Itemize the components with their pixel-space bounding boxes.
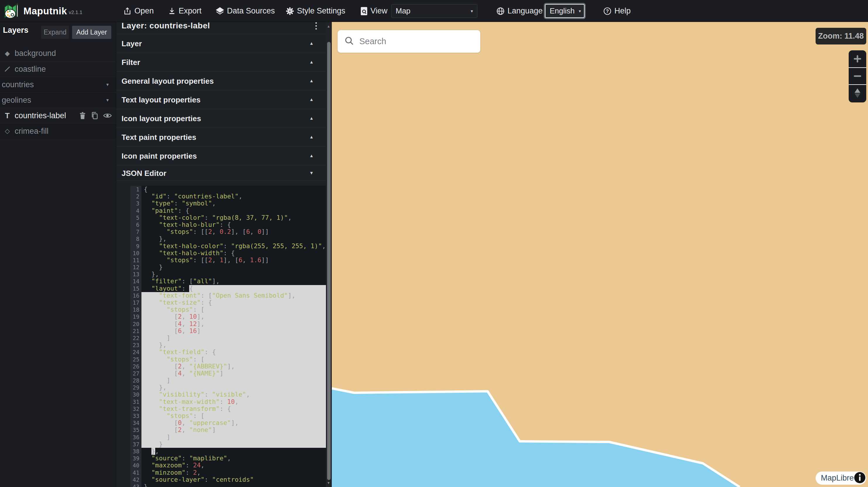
data-sources-menu-item[interactable]: Data Sources (216, 0, 275, 22)
chevron-down-icon[interactable]: ▼ (105, 98, 110, 102)
kebab-menu-icon[interactable] (313, 22, 319, 30)
layer-list: ◆ background coastline countries ▼ geoli… (0, 46, 116, 139)
map-navigation-control (849, 50, 866, 102)
layer-item-background[interactable]: ◆ background (0, 46, 116, 61)
duplicate-layer-icon[interactable] (91, 112, 98, 120)
layers-title: Layers (3, 26, 28, 35)
code-line: 43} (130, 483, 326, 487)
code-line: 8 }, (130, 235, 326, 242)
water-polygon (332, 388, 740, 487)
help-menu-item[interactable]: ? Help (603, 0, 631, 22)
expand-button[interactable]: Expand (41, 26, 69, 39)
line-number: 27 (130, 370, 142, 377)
line-number: 7 (130, 228, 142, 235)
style-settings-menu-item[interactable]: Style Settings (285, 0, 345, 22)
section-icon-layout[interactable]: Icon layout properties ▲ (116, 109, 326, 128)
line-number: 6 (130, 221, 142, 228)
line-number: 12 (130, 264, 142, 271)
zoom-level-badge: Zoom: 11.48 (815, 28, 866, 44)
code-line: 7 "stops": [[2, 0.2], [6, 0]] (130, 228, 326, 235)
line-number: 19 (130, 313, 142, 320)
line-number: 1 (130, 186, 142, 193)
code-line: 36 ] (130, 434, 326, 441)
line-number: 18 (130, 306, 142, 313)
line-number: 43 (130, 483, 142, 487)
line-number: 39 (130, 455, 142, 462)
code-line: 12 } (130, 264, 326, 271)
layer-item-coastline[interactable]: coastline (0, 61, 116, 77)
code-line: 11 "stops": [[2, 1], [6, 1.6]] (130, 257, 326, 264)
layer-group-geolines[interactable]: geolines ▼ (0, 92, 116, 108)
open-menu-item[interactable]: Open (123, 0, 154, 22)
layer-item-crimea-fill[interactable]: ◇ crimea-fill (0, 123, 116, 139)
code-line: 20 [4, 12], (130, 321, 326, 327)
line-number: 36 (130, 434, 142, 441)
map-search-input[interactable]: Search (338, 30, 480, 53)
chevron-down-icon: ▾ (471, 8, 473, 14)
code-line: 1{ (130, 186, 326, 193)
panel-scrollbar[interactable]: ▲ ▼ (326, 22, 332, 487)
line-number: 34 (130, 419, 142, 426)
svg-text:?: ? (606, 9, 609, 14)
export-menu-item[interactable]: Export (168, 0, 202, 22)
view-mode-select[interactable]: Map ▾ (391, 4, 477, 18)
code-line: 22 ] (130, 334, 326, 342)
app-version: v2.1.1 (69, 10, 82, 15)
line-number: 3 (130, 200, 142, 207)
help-icon: ? (603, 7, 612, 15)
section-layer[interactable]: Layer ▲ (116, 34, 326, 53)
line-number: 4 (130, 207, 142, 214)
attribution-link[interactable]: MapLibre (821, 474, 854, 483)
toggle-visibility-icon[interactable] (103, 112, 112, 119)
chevron-up-icon: ▲ (309, 153, 314, 158)
maputnik-app: Maputnik v2.1.1 Open Export (0, 0, 868, 487)
code-line: 31 "text-max-width": 10, (130, 398, 326, 405)
section-text-layout[interactable]: Text layout properties ▲ (116, 91, 326, 109)
layer-item-countries-label[interactable]: T countries-label (0, 108, 116, 123)
code-line: 26 [2, "{ABBREV}"], (130, 363, 326, 370)
layer-group-countries[interactable]: countries ▼ (0, 77, 116, 92)
map-canvas[interactable]: Search Zoom: 11.48 MapLibre (332, 22, 868, 487)
view-menu-item[interactable]: View (360, 0, 388, 22)
zoom-in-button[interactable] (849, 50, 866, 67)
info-icon[interactable] (854, 472, 867, 485)
line-number: 25 (130, 356, 142, 363)
maputnik-logo-icon (3, 2, 21, 20)
code-line: 5 "text-color": "rgba(8, 37, 77, 1)", (130, 214, 326, 221)
section-text-paint[interactable]: Text paint properties ▲ (116, 128, 326, 147)
globe-icon (496, 7, 505, 15)
language-select[interactable]: English ▾ (545, 4, 585, 18)
scrollbar-thumb[interactable] (327, 42, 331, 480)
line-number: 41 (130, 469, 142, 476)
section-general-layout[interactable]: General layout properties ▲ (116, 72, 326, 91)
chevron-down-icon: ▼ (309, 170, 314, 175)
line-number: 23 (130, 342, 142, 349)
delete-layer-icon[interactable] (79, 112, 86, 120)
section-filter[interactable]: Filter ▲ (116, 53, 326, 72)
data-sources-icon (216, 7, 224, 15)
line-number: 28 (130, 377, 142, 384)
line-number: 26 (130, 363, 142, 370)
zoom-out-button[interactable] (849, 67, 866, 84)
app-brand: Maputnik v2.1.1 (3, 0, 82, 22)
code-line: 30 "visibility": "visible", (130, 391, 326, 398)
scroll-down-icon[interactable]: ▼ (327, 481, 330, 485)
scroll-up-icon[interactable]: ▲ (327, 24, 330, 28)
chevron-down-icon[interactable]: ▼ (105, 82, 110, 87)
json-code-editor[interactable]: 1{2 "id": "countries-label",3 "type": "s… (130, 186, 326, 487)
code-line: 3 "type": "symbol", (130, 200, 326, 207)
chevron-up-icon: ▲ (309, 78, 314, 83)
compass-button[interactable] (849, 84, 866, 101)
code-line: 23 }, (130, 342, 326, 349)
code-line: 10 "text-halo-width": { (130, 250, 326, 257)
view-icon (360, 7, 368, 15)
fill-icon: ◆ (2, 50, 12, 57)
add-layer-button[interactable]: Add Layer (72, 26, 111, 39)
section-json-editor[interactable]: JSON Editor ▼ (116, 165, 326, 181)
code-line: 19 [2, 10], (130, 313, 326, 320)
line-number: 13 (130, 271, 142, 278)
code-line: 40 "maxzoom": 24, (130, 462, 326, 469)
section-icon-paint[interactable]: Icon paint properties ▲ (116, 147, 326, 165)
code-line: 33 "stops": [ (130, 412, 326, 419)
code-line: 9 "text-halo-color": "rgba(255, 255, 255… (130, 242, 326, 250)
